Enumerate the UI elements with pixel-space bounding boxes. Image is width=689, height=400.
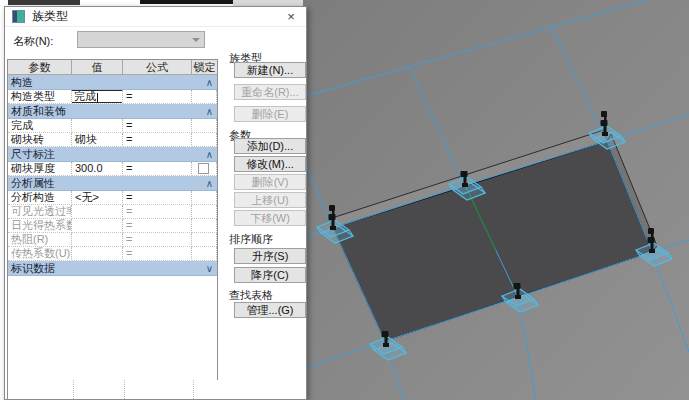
param-formula-cell[interactable]: =: [123, 205, 192, 219]
action-button[interactable]: 管理...(G): [234, 302, 306, 318]
param-value-cell[interactable]: 300.0: [72, 162, 123, 176]
param-formula-cell[interactable]: =: [123, 133, 192, 147]
section-label: 构造: [11, 75, 33, 90]
app-screen: { "dialog": { "title": "族类型", "close_gly…: [0, 0, 689, 400]
section-chevron-icon[interactable]: ∧: [206, 77, 213, 88]
app-chrome-fragment: [8, 0, 80, 5]
parameter-row: 分析构造<无>=: [8, 191, 217, 205]
section-chevron-icon[interactable]: ∨: [206, 263, 213, 274]
parameter-row: 日光得热系数=: [8, 219, 217, 233]
family-types-dialog: 族类型 × 名称(N): 参数 值 公式 锁定 构造∧构造类型完成=材质和装饰∧…: [4, 6, 307, 400]
chevron-down-icon: [192, 38, 200, 42]
param-formula-cell[interactable]: =: [123, 119, 192, 133]
section-header[interactable]: 构造∧: [8, 75, 217, 90]
param-lock-cell: [192, 191, 217, 205]
action-button: 删除(E): [234, 106, 306, 122]
param-lock-cell: [192, 205, 217, 219]
section-header[interactable]: 尺寸标注∧: [8, 147, 217, 162]
section-header[interactable]: 材质和装饰∧: [8, 104, 217, 119]
section-chevron-icon[interactable]: ∧: [206, 178, 213, 189]
table-header-row: 参数 值 公式 锁定: [8, 60, 217, 75]
parameter-row: 砌块厚度300.0=: [8, 162, 217, 176]
param-value-cell[interactable]: [72, 233, 123, 247]
action-button[interactable]: 降序(C): [234, 267, 306, 283]
param-value-cell[interactable]: [72, 247, 123, 261]
param-value-cell[interactable]: [72, 219, 123, 233]
name-label: 名称(N):: [13, 34, 53, 49]
param-formula-cell[interactable]: =: [123, 162, 192, 176]
param-lock-cell: [192, 162, 217, 176]
param-formula-cell[interactable]: =: [123, 90, 192, 104]
col-header-formula: 公式: [123, 60, 192, 75]
param-value-cell[interactable]: [72, 119, 123, 133]
value-editor-input[interactable]: 完成: [72, 90, 123, 103]
table-empty-area: [10, 380, 221, 399]
section-label: 分析属性: [11, 176, 55, 191]
section-label: 尺寸标注: [11, 147, 55, 162]
param-value-cell[interactable]: [72, 205, 123, 219]
param-name-cell: 日光得热系数: [8, 219, 72, 233]
parameter-row: 热阻(R)=: [8, 233, 217, 247]
param-lock-cell: [192, 133, 217, 147]
section-label: 标识数据: [11, 261, 55, 276]
param-lock-cell: [192, 90, 217, 104]
param-value-cell[interactable]: 完成: [72, 90, 123, 104]
param-name-cell: 砌块厚度: [8, 162, 72, 176]
parameter-row: 可见光透过率=: [8, 205, 217, 219]
param-name-cell: 完成: [8, 119, 72, 133]
dialog-icon: [12, 10, 25, 23]
param-formula-cell[interactable]: =: [123, 247, 192, 261]
param-name-cell: 热阻(R): [8, 233, 72, 247]
group-label: 查找表格: [229, 288, 273, 303]
section-chevron-icon[interactable]: ∧: [206, 149, 213, 160]
section-label: 材质和装饰: [11, 104, 66, 119]
param-name-cell: 传热系数(U): [8, 247, 72, 261]
param-formula-cell[interactable]: =: [123, 233, 192, 247]
dialog-title: 族类型: [32, 8, 68, 25]
action-button[interactable]: 修改(M)...: [234, 156, 306, 172]
param-lock-cell: [192, 233, 217, 247]
action-button[interactable]: 升序(S): [234, 248, 306, 264]
parameter-row: 完成=: [8, 119, 217, 133]
type-name-combobox[interactable]: [77, 31, 205, 48]
parameter-row: 构造类型完成=: [8, 90, 217, 104]
action-button[interactable]: 新建(N)...: [234, 62, 306, 78]
param-lock-cell: [192, 219, 217, 233]
section-header[interactable]: 标识数据∨: [8, 261, 217, 276]
action-button[interactable]: 添加(D)...: [234, 138, 306, 154]
action-button: 下移(W): [234, 210, 306, 226]
group-label: 排序顺序: [229, 232, 273, 247]
action-button: 删除(V): [234, 174, 306, 190]
param-lock-cell: [192, 247, 217, 261]
parameter-row: 砌块砖砌块=: [8, 133, 217, 147]
param-name-cell: 分析构造: [8, 191, 72, 205]
lock-checkbox[interactable]: [198, 163, 209, 174]
action-button: 重命名(R)...: [234, 84, 306, 100]
parameter-row: 传热系数(U)=: [8, 247, 217, 261]
param-value-cell[interactable]: 砌块: [72, 133, 123, 147]
param-lock-cell: [192, 119, 217, 133]
param-formula-cell[interactable]: =: [123, 219, 192, 233]
col-header-value: 值: [72, 60, 123, 75]
section-header[interactable]: 分析属性∧: [8, 176, 217, 191]
action-button: 上移(U): [234, 192, 306, 208]
section-chevron-icon[interactable]: ∧: [206, 106, 213, 117]
dialog-side-panel: 族类型新建(N)...重命名(R)...删除(E)参数添加(D)...修改(M)…: [227, 7, 307, 399]
col-header-lock: 锁定: [192, 60, 217, 75]
param-value-cell[interactable]: <无>: [72, 191, 123, 205]
param-name-cell: 构造类型: [8, 90, 72, 104]
param-name-cell: 可见光透过率: [8, 205, 72, 219]
param-name-cell: 砌块砖: [8, 133, 72, 147]
parameter-table: 参数 值 公式 锁定 构造∧构造类型完成=材质和装饰∧完成=砌块砖砌块=尺寸标注…: [7, 59, 218, 399]
col-header-parameter: 参数: [8, 60, 72, 75]
app-chrome-fragment: [140, 0, 233, 4]
param-formula-cell[interactable]: =: [123, 191, 192, 205]
